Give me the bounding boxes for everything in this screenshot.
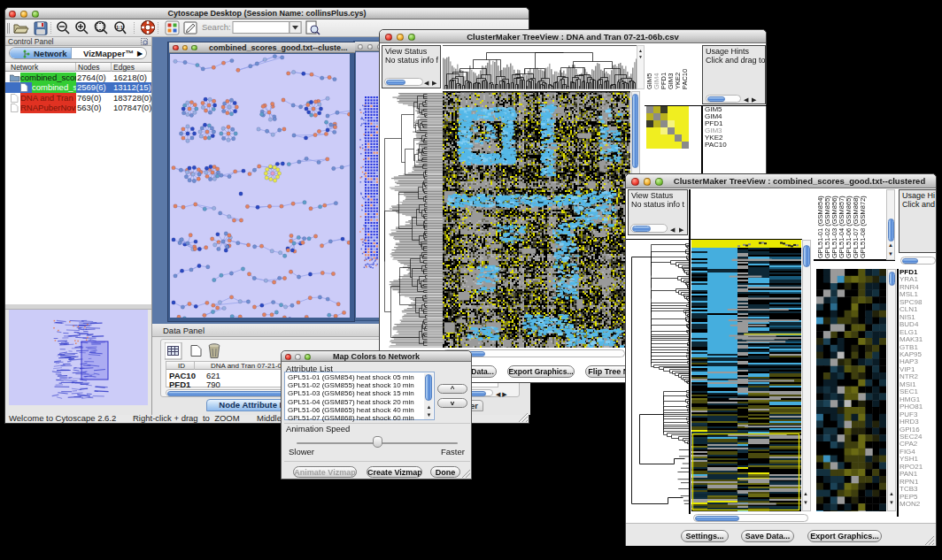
svg-text:1:1: 1:1: [116, 25, 123, 30]
svg-text:Search:: Search:: [202, 22, 231, 32]
